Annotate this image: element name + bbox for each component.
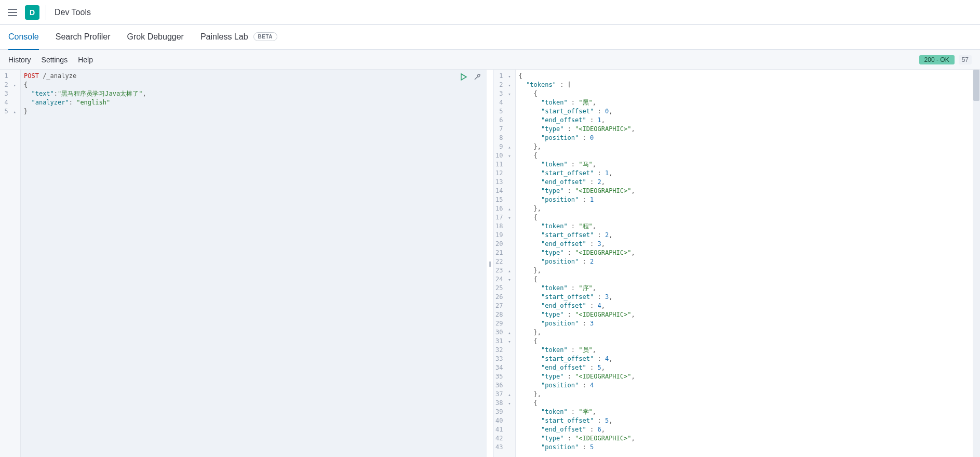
scrollbar-track[interactable]	[973, 70, 980, 457]
request-gutter: 1 2 ▾3 4 5 ▴	[0, 70, 21, 457]
wrench-icon[interactable]	[473, 73, 481, 83]
tab-console[interactable]: Console	[8, 25, 39, 50]
response-gutter: 1 ▾2 ▾3 ▾4 5 6 7 8 9 ▴10 ▾11 12 13 14 15…	[493, 70, 516, 457]
response-pane: 1 ▾2 ▾3 ▾4 5 6 7 8 9 ▴10 ▾11 12 13 14 15…	[493, 70, 980, 457]
splitter-handle[interactable]	[487, 70, 493, 457]
editor-area: 1 2 ▾3 4 5 ▴ POST /_analyze{ "text":"黑马程…	[0, 70, 980, 457]
request-editor[interactable]: POST /_analyze{ "text":"黑马程序员学习Java太棒了",…	[21, 70, 487, 457]
toolbar-help[interactable]: Help	[78, 56, 93, 64]
tab-search-profiler[interactable]: Search Profiler	[56, 25, 111, 50]
toolbar-settings[interactable]: Settings	[42, 56, 68, 64]
svg-marker-0	[461, 74, 466, 80]
app-logo[interactable]: D	[25, 5, 39, 20]
divider	[46, 5, 46, 20]
response-viewer[interactable]: { "tokens" : [ { "token" : "黑", "start_o…	[516, 70, 980, 457]
status-badge: 200 - OK	[919, 55, 955, 64]
app-title: Dev Tools	[55, 8, 91, 17]
scrollbar-thumb[interactable]	[973, 70, 979, 101]
beta-badge: BETA	[253, 32, 277, 41]
toolbar: HistorySettingsHelp 200 - OK 57	[0, 50, 980, 70]
menu-icon[interactable]	[6, 6, 19, 19]
tab-bar: ConsoleSearch ProfilerGrok DebuggerPainl…	[0, 25, 980, 50]
tab-grok-debugger[interactable]: Grok Debugger	[127, 25, 184, 50]
tab-painless-lab[interactable]: Painless LabBETA	[200, 25, 277, 50]
play-icon[interactable]	[460, 73, 468, 83]
toolbar-history[interactable]: History	[8, 56, 31, 64]
header-bar: D Dev Tools	[0, 0, 980, 25]
request-pane: 1 2 ▾3 4 5 ▴ POST /_analyze{ "text":"黑马程…	[0, 70, 487, 457]
status-extra: 57	[959, 55, 972, 64]
